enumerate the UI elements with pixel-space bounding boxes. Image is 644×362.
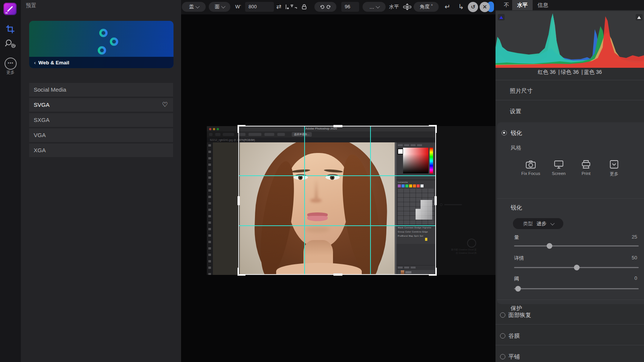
type-value: 进步	[537, 220, 547, 227]
presets-title: 预置	[26, 2, 36, 9]
face-dropdown[interactable]: 面	[209, 2, 230, 12]
more-tools-icon[interactable]: •••	[5, 58, 17, 70]
straighten-label: 水平	[389, 2, 399, 12]
histogram	[496, 11, 644, 68]
chevron-down-icon	[195, 4, 200, 8]
angle-dropdown-label: 角度	[420, 3, 430, 10]
swap-dimensions-icon[interactable]: ⇄	[275, 2, 282, 12]
monitor-icon	[554, 160, 564, 169]
crop-handle-topleft[interactable]	[238, 125, 245, 133]
crop-selection-box[interactable]	[238, 126, 436, 275]
amount-slider-knob[interactable]	[547, 243, 552, 249]
chevron-down-icon	[376, 4, 380, 8]
section-settings[interactable]: 设置	[510, 108, 521, 115]
detail-slider[interactable]	[514, 267, 639, 268]
preset-item-label: XGA	[34, 147, 46, 153]
amount-slider[interactable]	[514, 245, 639, 247]
close-crop-button[interactable]: ✕	[480, 2, 490, 12]
film-label[interactable]: 谷膜	[508, 332, 520, 340]
checkbox-chevron-icon	[610, 160, 619, 169]
style-label-text: Screen	[546, 171, 572, 176]
preset-item-xga[interactable]: XGA	[29, 144, 173, 157]
preset-item-label: SVGA	[34, 101, 50, 108]
sharpen-panel: 锐化 风格 Fix Focus Screen Print 更多 锐化	[497, 122, 644, 304]
threshold-label: 阈	[514, 275, 519, 282]
lock-aspect-icon[interactable]	[300, 2, 308, 12]
crop-handle-bottom[interactable]	[333, 273, 342, 276]
style-screen[interactable]: Screen	[546, 160, 572, 176]
sharpen-title: 锐化	[511, 130, 522, 137]
style-more[interactable]: 更多	[601, 160, 627, 177]
preset-card-footer[interactable]: ‹ Web & Email	[29, 57, 174, 68]
crop-handle-top[interactable]	[333, 125, 342, 127]
rotate-left-icon	[320, 5, 325, 9]
section-photo-size[interactable]: 照片尺寸	[510, 87, 533, 95]
overlay-dropdown-label: 盖	[189, 3, 194, 10]
reset-undo-button[interactable]: ↺	[468, 2, 478, 12]
tab-levels[interactable]: 水平	[512, 0, 533, 10]
crop-grid-vline	[370, 126, 371, 274]
type-dropdown[interactable]: 类型 进步	[513, 218, 563, 229]
style-label-text: 更多	[601, 171, 627, 177]
units-dropdown-label: …	[369, 4, 374, 10]
apply-return-icon[interactable]: ↵	[443, 2, 452, 12]
sliders-icon	[90, 28, 126, 56]
preset-item-social-media[interactable]: Social Media	[29, 83, 173, 97]
camera-icon	[526, 160, 536, 169]
printer-icon	[581, 160, 591, 169]
threshold-slider-knob[interactable]	[515, 286, 521, 292]
highlight-clip-indicator[interactable]	[636, 14, 642, 20]
tile-label[interactable]: 平铺	[508, 353, 520, 360]
preset-item-sxga[interactable]: SXGA	[29, 113, 173, 127]
resolution-input[interactable]: 96	[341, 2, 359, 12]
tile-radio[interactable]	[500, 354, 505, 359]
style-fix-focus[interactable]: Fix Focus	[517, 160, 544, 176]
crop-handle-bottomleft[interactable]	[238, 268, 245, 276]
shadow-clip-indicator[interactable]	[498, 14, 505, 20]
width-field-label: Wˆ	[235, 2, 241, 12]
overlay-dropdown[interactable]: 盖	[182, 2, 206, 12]
threshold-slider[interactable]	[514, 288, 639, 289]
app-window: AI ••• 更多 预置	[0, 0, 644, 362]
face-dropdown-label: 面	[215, 3, 220, 10]
adjustments-panel: 红色 36 |绿色 36 |蓝色 36 照片尺寸 设置 锐化 风格 Fix Fo…	[496, 10, 644, 362]
straighten-level-icon[interactable]	[402, 2, 412, 12]
tab-info[interactable]: 信息	[534, 0, 552, 10]
style-print[interactable]: Print	[573, 160, 599, 176]
protect-header[interactable]: 保护	[511, 305, 522, 312]
crop-handle-right[interactable]	[435, 196, 437, 205]
flip-overlay-icons[interactable]	[284, 2, 297, 12]
face-recovery-label[interactable]: 面部恢复	[508, 312, 531, 319]
crop-dim-right	[436, 126, 496, 275]
crop-handle-bottomright[interactable]	[429, 268, 437, 276]
chevron-down-icon	[221, 4, 225, 8]
degree-symbol: °	[431, 4, 433, 8]
crop-tool-icon[interactable]	[4, 24, 17, 35]
style-label: 风格	[511, 145, 521, 151]
tool-rail: AI ••• 更多	[0, 0, 21, 362]
right-panel-tabbar: 不 水平 信息	[496, 0, 644, 10]
face-recovery-radio[interactable]	[500, 312, 505, 318]
angle-dropdown[interactable]: 角度 °	[414, 2, 439, 12]
back-chevron-icon[interactable]: ‹	[34, 60, 36, 66]
zoom-hand-tool-icon[interactable]	[4, 39, 17, 50]
detail-slider-knob[interactable]	[574, 265, 580, 270]
sharpen-subheader: 锐化	[511, 204, 522, 211]
app-logo-icon[interactable]: AI	[3, 3, 17, 15]
tab-no[interactable]: 不	[500, 0, 513, 10]
preset-category-card[interactable]: ‹ Web & Email	[29, 21, 174, 68]
preset-card-label: Web & Email	[38, 60, 69, 66]
width-input[interactable]: 800	[245, 2, 274, 12]
film-radio[interactable]	[500, 333, 505, 339]
sharpen-radio[interactable]	[502, 130, 507, 136]
crop-handle-left[interactable]	[238, 196, 240, 205]
crop-handle-topright[interactable]	[429, 125, 437, 133]
more-tools-label: 更多	[0, 70, 21, 75]
preset-item-svga[interactable]: SVGA ♡	[29, 98, 173, 112]
favorite-heart-icon[interactable]: ♡	[162, 98, 168, 112]
preset-item-label: SXGA	[34, 117, 50, 123]
units-dropdown[interactable]: …	[363, 2, 386, 12]
redirect-arrow-icon[interactable]: ↳	[457, 2, 465, 12]
rotate-buttons[interactable]	[314, 2, 336, 12]
preset-item-vga[interactable]: VGA	[29, 128, 173, 142]
